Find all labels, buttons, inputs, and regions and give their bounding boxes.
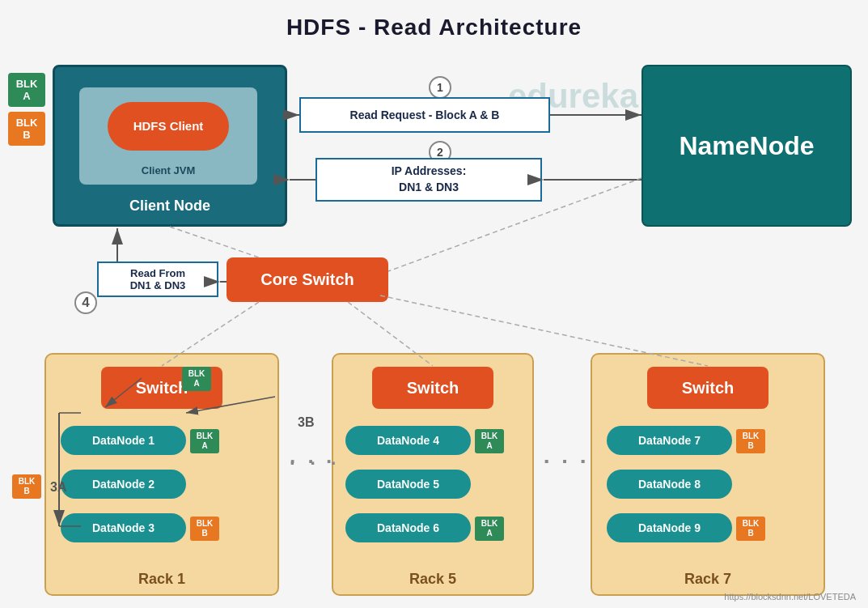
step1-number: 1 (429, 76, 451, 99)
dots-2b: · · · (544, 449, 589, 474)
ip-addresses-box: IP Addresses: DN1 & DN3 (315, 158, 542, 202)
svg-line-8 (170, 227, 259, 257)
blk-b-dn3: BLKB (190, 517, 219, 541)
rack5-dn4: DataNode 4 (345, 426, 471, 455)
blk-a-dn4: BLKA (475, 429, 504, 453)
rack5-dn5: DataNode 5 (345, 470, 471, 499)
dots-1b: · · · (290, 449, 335, 474)
rack1-dn3: DataNode 3 (61, 513, 186, 542)
read-from-box: Read From DN1 & DN3 (97, 261, 218, 297)
rack1-label: Rack 1 (46, 571, 277, 588)
page: HDFS - Read Architecture BLKA BLKB HDFS … (0, 0, 868, 608)
rack-7: Switch DataNode 7 BLKB DataNode 8 DataNo… (591, 353, 825, 596)
read-request-box: Read Request - Block A & B (299, 97, 550, 133)
watermark-url: https://blocksdnn.net/LOVETEDA (724, 592, 856, 602)
rack-1: Switch BLKA DataNode 1 BLKA DataNode 2 D… (44, 353, 279, 596)
core-switch: Core Switch (227, 257, 388, 302)
blk-b-badge: BLKB (8, 112, 45, 146)
blk-b-dn7: BLKB (736, 429, 765, 453)
rack7-label: Rack 7 (592, 571, 824, 588)
blk-a-rack1-switch: BLKA (182, 367, 211, 391)
step3b-label: 3B (298, 415, 314, 430)
rack7-dn7: DataNode 7 (607, 426, 732, 455)
blk-b-dn9: BLKB (736, 517, 765, 541)
rack7-dn9: DataNode 9 (607, 513, 732, 542)
namenode-label: NameNode (679, 130, 814, 161)
hdfs-client: HDFS Client (108, 102, 229, 151)
rack7-dn8: DataNode 8 (607, 470, 732, 499)
client-node-label: Client Node (55, 198, 285, 215)
step4-number: 4 (74, 291, 97, 314)
rack5-label: Rack 5 (333, 571, 532, 588)
rack-5: Switch DataNode 4 BLKA DataNode 5 DataNo… (332, 353, 534, 596)
rack5-switch: Switch (372, 367, 493, 409)
client-jvm: HDFS Client Client JVM (79, 87, 257, 185)
blk-a-dn1: BLKA (190, 429, 219, 453)
blk-b-rack1-left: BLKB (12, 474, 41, 499)
client-jvm-label: Client JVM (79, 164, 257, 176)
step3a-label: 3A (50, 480, 66, 495)
blk-a-badge: BLKA (8, 73, 45, 107)
namenode: NameNode (641, 65, 852, 227)
rack7-switch: Switch (647, 367, 768, 409)
client-node: HDFS Client Client JVM Client Node (53, 65, 287, 227)
page-title: HDFS - Read Architecture (0, 0, 868, 40)
rack1-dn1: DataNode 1 (61, 426, 186, 455)
blk-a-dn6: BLKA (475, 517, 504, 541)
rack5-dn6: DataNode 6 (345, 513, 471, 542)
rack1-dn2: DataNode 2 (61, 470, 186, 499)
